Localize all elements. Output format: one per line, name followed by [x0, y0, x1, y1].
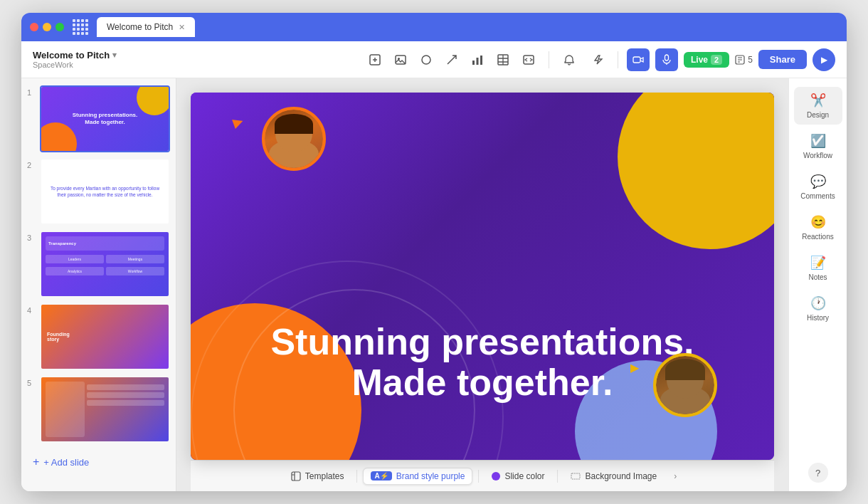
- slide-item-2[interactable]: 2 To provide every Martian with an oppor…: [27, 158, 170, 225]
- minimize-button[interactable]: [43, 23, 51, 31]
- design-label: Design: [807, 111, 829, 119]
- svg-rect-13: [571, 473, 580, 479]
- slide-color-label: Slide color: [504, 471, 544, 481]
- title-bar: Welcome to Pitch ✕: [21, 13, 847, 41]
- app-window: Welcome to Pitch ✕ Welcome to Pitch ▾ Sp…: [21, 13, 847, 491]
- chart-tool-button[interactable]: [466, 48, 489, 71]
- image-tool-button[interactable]: [389, 48, 412, 71]
- brand-badge: A⚡: [371, 471, 391, 481]
- table-tool-button[interactable]: [492, 48, 514, 71]
- document-title[interactable]: Welcome to Pitch ▾: [33, 50, 117, 61]
- design-panel-item[interactable]: ✂️ Design: [794, 87, 842, 125]
- headline-line1: Stunning presentations.: [220, 322, 745, 362]
- avatar-face-1: [265, 110, 323, 168]
- slide-thumbnail-3[interactable]: Transparency Leaders Meetings Analytics …: [40, 231, 170, 298]
- history-panel-item[interactable]: 🕐 History: [794, 290, 842, 327]
- comments-icon: 💬: [810, 174, 826, 189]
- svg-rect-9: [633, 57, 640, 63]
- reactions-label: Reactions: [802, 233, 833, 241]
- doc-title-area: Welcome to Pitch ▾ SpaceWork: [33, 50, 117, 69]
- reactions-panel-item[interactable]: 😊 Reactions: [794, 209, 842, 246]
- document-subtitle: SpaceWork: [33, 61, 117, 69]
- svg-rect-5: [477, 58, 479, 65]
- slide-thumbnail-4[interactable]: Foundingstory: [40, 303, 170, 370]
- camera-button[interactable]: [627, 48, 650, 71]
- embed-tool-button[interactable]: [517, 48, 540, 71]
- main-area: 1 Stunning presentations.Made together. …: [21, 78, 847, 491]
- notes-panel-item[interactable]: 📝 Notes: [794, 249, 842, 287]
- bottom-bar: Templates A⚡ Brand style purple Slide co…: [191, 460, 774, 491]
- slide-1-preview: Stunning presentations.Made together.: [41, 87, 169, 151]
- workflow-panel-item[interactable]: ☑️ Workflow: [794, 127, 842, 165]
- bottom-divider-1: [356, 470, 357, 483]
- lightning-button[interactable]: [586, 48, 609, 71]
- svg-point-2: [398, 58, 400, 60]
- deco-yellow-circle: [618, 93, 774, 249]
- background-image-label: Background Image: [585, 471, 657, 481]
- slide-number-5: 5: [27, 379, 36, 387]
- templates-button[interactable]: Templates: [284, 468, 351, 484]
- tab-label: Welcome to Pitch: [107, 22, 173, 32]
- slide-number-1: 1: [27, 88, 36, 97]
- background-image-button[interactable]: Background Image: [563, 468, 664, 484]
- slide-item-1[interactable]: 1 Stunning presentations.Made together.: [27, 85, 170, 152]
- templates-label: Templates: [305, 471, 344, 481]
- slide-number-2: 2: [27, 161, 36, 169]
- close-button[interactable]: [30, 23, 38, 31]
- slide-number-3: 3: [27, 233, 36, 242]
- play-button[interactable]: ▶: [813, 48, 835, 71]
- brand-style-button[interactable]: A⚡ Brand style purple: [363, 468, 472, 485]
- dropdown-chevron-icon[interactable]: ▾: [112, 51, 117, 60]
- slide-item-3[interactable]: 3 Transparency Leaders Meetings: [27, 231, 170, 298]
- notes-label: Notes: [808, 273, 827, 281]
- tab-close-icon[interactable]: ✕: [179, 23, 185, 32]
- slide-item-4[interactable]: 4 Foundingstory: [27, 303, 170, 370]
- slide-thumbnail-5[interactable]: [40, 376, 170, 443]
- comments-label: Comments: [800, 192, 835, 200]
- svg-rect-10: [665, 55, 669, 61]
- add-slide-icon: +: [33, 456, 39, 468]
- mic-button[interactable]: [655, 48, 678, 71]
- slide-4-preview: Foundingstory: [41, 305, 169, 369]
- svg-rect-6: [480, 56, 482, 65]
- slide-item-5[interactable]: 5: [27, 376, 170, 443]
- shape-tool-button[interactable]: [415, 48, 438, 71]
- toolbar-icons: [364, 48, 540, 71]
- live-button[interactable]: Live 2: [684, 52, 729, 68]
- add-slide-button[interactable]: + + Add slide: [27, 451, 170, 473]
- slide-color-button[interactable]: Slide color: [485, 468, 551, 484]
- right-panel: ✂️ Design ☑️ Workflow 💬 Comments 😊 React…: [788, 78, 847, 491]
- slide-thumbnail-1[interactable]: Stunning presentations.Made together.: [40, 85, 170, 152]
- slides-count: 5: [735, 55, 753, 65]
- brand-style-label: Brand style purple: [396, 471, 465, 481]
- window-controls: [30, 23, 64, 31]
- slide-2-preview: To provide every Martian with an opportu…: [41, 159, 169, 224]
- live-count-badge: 2: [711, 55, 722, 65]
- text-tool-button[interactable]: [364, 48, 386, 71]
- help-button[interactable]: ?: [808, 463, 828, 483]
- slide-3-preview: Transparency Leaders Meetings Analytics …: [41, 232, 169, 296]
- bottom-bar-chevron-icon[interactable]: ›: [669, 468, 681, 484]
- slide-5-preview: [41, 377, 169, 441]
- comments-panel-item[interactable]: 💬 Comments: [794, 168, 842, 206]
- avatar-face-2: [656, 356, 714, 414]
- svg-point-3: [422, 56, 430, 64]
- maximize-button[interactable]: [55, 23, 64, 31]
- workflow-icon: ☑️: [810, 133, 826, 149]
- slide-panel: 1 Stunning presentations.Made together. …: [21, 78, 176, 491]
- slide-color-dot: [492, 472, 500, 481]
- arrow-pointer-2: ▶: [630, 361, 639, 374]
- live-label: Live: [691, 55, 708, 65]
- svg-rect-4: [472, 61, 475, 65]
- toolbar: Welcome to Pitch ▾ SpaceWork: [21, 41, 847, 78]
- design-icon: ✂️: [810, 93, 826, 108]
- main-slide-canvas[interactable]: ▶ ▶ Stunning presentations. Made togethe…: [191, 93, 774, 460]
- reactions-icon: 😊: [810, 214, 826, 230]
- notification-button[interactable]: [558, 48, 581, 71]
- slide-thumbnail-2[interactable]: To provide every Martian with an opportu…: [40, 158, 170, 225]
- line-tool-button[interactable]: [440, 48, 463, 71]
- active-tab[interactable]: Welcome to Pitch ✕: [97, 17, 195, 37]
- grid-icon: [73, 19, 88, 35]
- add-slide-label: + Add slide: [43, 457, 89, 468]
- share-button[interactable]: Share: [758, 50, 807, 69]
